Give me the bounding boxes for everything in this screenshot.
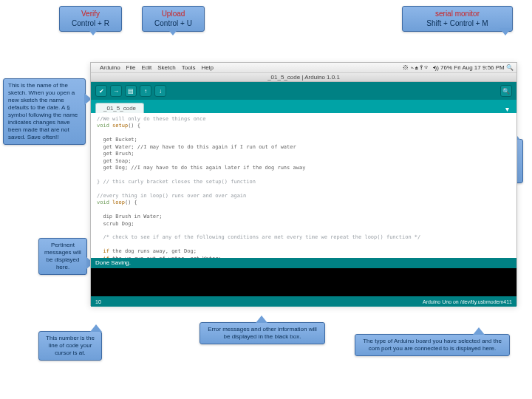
serial-monitor-button[interactable]: 🔍	[500, 85, 512, 97]
callout-serial-sub: Shift + Control + M	[407, 19, 508, 29]
code-line: dip Brush in Water;	[97, 214, 163, 219]
code-line: //We will only do these things once	[97, 116, 206, 122]
callout-upload-sub: Control + U	[147, 19, 200, 29]
code-line: void	[97, 123, 112, 129]
status-bar: Done Saving.	[91, 258, 516, 268]
toolbar: ✔ → ▤ ↑ ↓ 🔍	[91, 82, 516, 100]
callout-linenumber-pointer	[90, 324, 102, 332]
callout-board: The type of Arduino board you have selec…	[355, 334, 510, 356]
callout-board-text: The type of Arduino board you have selec…	[363, 338, 502, 352]
mac-menu-file[interactable]: File	[126, 64, 136, 71]
mac-menu-help[interactable]: Help	[201, 64, 213, 71]
mac-menubar: Arduino File Edit Sketch Tools Help ⚙ ⌁ …	[91, 63, 516, 73]
save-button[interactable]: ↓	[154, 85, 166, 97]
callout-verify-title: Verify	[64, 10, 117, 19]
tab-sketch[interactable]: _01_5_code	[95, 103, 144, 113]
callout-serial: serial monitor Shift + Control + M	[402, 6, 513, 32]
callout-upload-pointer	[167, 28, 179, 35]
code-line: } // this curly bracket closes the setup…	[97, 179, 256, 185]
console-output	[91, 268, 516, 296]
callout-serial-title: serial monitor	[407, 10, 508, 19]
mac-menu-tools[interactable]: Tools	[182, 64, 196, 71]
mac-menu-sketch[interactable]: Sketch	[157, 64, 175, 71]
board-info: Arduino Uno on /dev/tty.usbmodem411	[423, 299, 512, 304]
code-line: if	[97, 248, 109, 254]
tab-bar: _01_5_code ▾	[91, 100, 516, 113]
footer-bar: 10 Arduino Uno on /dev/tty.usbmodem411	[91, 296, 516, 307]
callout-verify-pointer	[87, 28, 99, 35]
mac-menu-edit[interactable]: Edit	[141, 64, 151, 71]
code-editor[interactable]: //We will only do these things once void…	[91, 113, 516, 258]
code-line: get Soap;	[97, 158, 131, 164]
verify-button[interactable]: ✔	[95, 85, 107, 97]
callout-blackbox-pointer	[256, 316, 267, 323]
code-line: get Water; //I may have to do this again…	[97, 144, 296, 150]
code-line: get Brush;	[97, 151, 134, 157]
callout-blackbox: Error messages and other information wil…	[200, 322, 325, 344]
open-button[interactable]: ↑	[140, 85, 151, 97]
callout-sketchname: This is the name of the sketch. When you…	[3, 78, 86, 145]
callout-verify-sub: Control + R	[64, 19, 117, 29]
code-line: get Dog; //I may have to do this again l…	[97, 165, 305, 171]
mac-menu-app[interactable]: Arduino	[100, 64, 120, 71]
code-line: get Bucket;	[97, 137, 137, 143]
mac-menubar-right: ⚙ ⌁ ⏏ ⇪ ᯤ ◀)) 76% Fri Aug 17 9:56 PM 🔍	[403, 64, 514, 71]
ide-window: Arduino File Edit Sketch Tools Help ⚙ ⌁ …	[90, 62, 517, 306]
upload-button[interactable]: →	[110, 85, 122, 97]
callout-linenumber-text: This number is the line of code your cur…	[46, 335, 95, 356]
code-line: /* check to see if any of the following …	[97, 234, 420, 240]
new-button[interactable]: ▤	[125, 85, 137, 97]
callout-board-pointer	[473, 327, 485, 335]
code-line: scrub Dog;	[97, 221, 134, 227]
callout-serial-pointer	[499, 28, 511, 35]
code-line: //every thing in loop() runs over and ov…	[97, 193, 246, 199]
callout-sketchname-text: This is the name of the sketch. When you…	[8, 82, 78, 140]
line-number: 10	[95, 299, 101, 304]
code-line: void	[97, 200, 112, 205]
callout-upload-title: Upload	[147, 10, 200, 19]
callout-blackbox-text: Error messages and other information wil…	[208, 326, 317, 340]
callout-messages: Pertinent messages will be displayed her…	[38, 238, 87, 275]
callout-messages-text: Pertinent messages will be displayed her…	[44, 242, 81, 270]
window-title: _01_5_code | Arduino 1.0.1	[91, 73, 516, 82]
callout-linenumber: This number is the line of code your cur…	[38, 331, 102, 361]
tab-menu-button[interactable]: ▾	[502, 105, 512, 113]
